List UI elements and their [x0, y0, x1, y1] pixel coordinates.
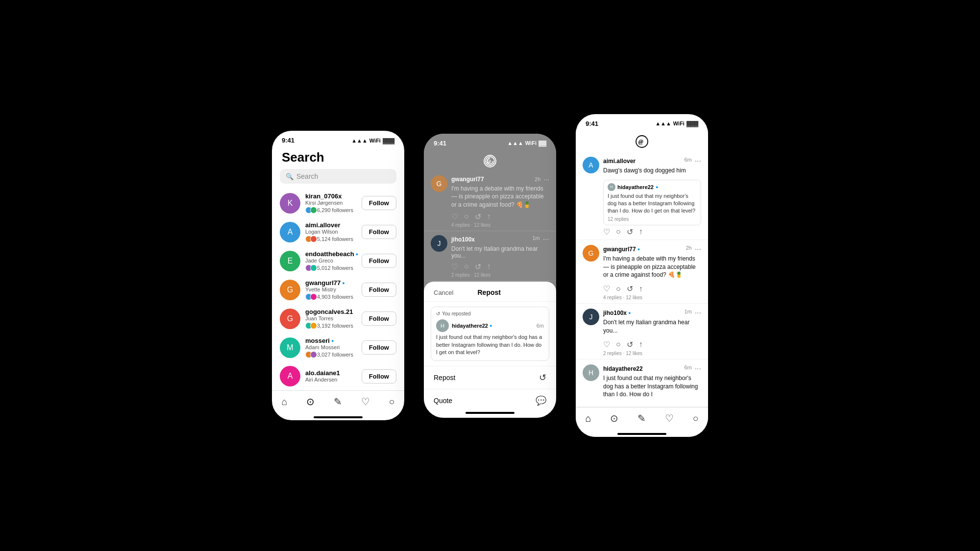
bottom-nav-3: ⌂ ⊙ ✎ ♡ ○: [576, 407, 708, 433]
post-time-3: 1m: [684, 309, 691, 317]
comment-icon-3[interactable]: ○: [616, 340, 621, 349]
post-4-header: H hidayathere22 6m ··· I just found out …: [583, 364, 701, 402]
svg-text:@: @: [638, 138, 643, 145]
comment-icon-2[interactable]: ○: [464, 262, 469, 271]
share-icon-2[interactable]: ↑: [487, 262, 491, 271]
follow-button[interactable]: Follow: [362, 340, 396, 355]
reply-avatar: H: [608, 183, 615, 191]
user-handle: mosseri ●: [305, 337, 357, 344]
nav-search-icon[interactable]: ⊙: [306, 396, 315, 407]
post-2-inner: J jiho100x 1m ··· Don't let my Italian g…: [431, 235, 549, 278]
quote-action[interactable]: Quote 💬: [424, 389, 556, 412]
avatar: G: [583, 245, 599, 262]
like-icon-2[interactable]: ♡: [451, 262, 458, 271]
user-info: alo.daiane1 Airi Andersen: [305, 369, 357, 383]
user-followers: 6,290 followers: [305, 207, 357, 214]
post-actions: ♡ ○ ↺ ↑: [451, 212, 549, 221]
repost-preview: ↺ You reposted H hidayathere22 ● 6m I ju…: [431, 307, 549, 360]
phone-search: 9:41 ▲▲▲ WiFi ▓▓▓ Search 🔍 Search K kira…: [272, 131, 404, 420]
like-icon[interactable]: ♡: [603, 227, 610, 237]
follow-button[interactable]: Follow: [362, 283, 396, 297]
reply-text: I just found out that my neighbor's dog …: [608, 192, 697, 215]
avatar: E: [280, 251, 300, 271]
search-input[interactable]: Search: [296, 172, 318, 180]
user-followers: 3,192 followers: [305, 322, 357, 329]
nav-profile-icon-3[interactable]: ○: [692, 413, 698, 424]
post-actions: ♡ ○ ↺ ↑: [603, 227, 701, 237]
more-icon-4[interactable]: ···: [695, 364, 701, 373]
follow-button[interactable]: Follow: [362, 369, 396, 383]
post-stats-3: 2 replies · 12 likes: [603, 351, 701, 356]
time-more-4: 6m ···: [684, 364, 701, 373]
wifi-icon: WiFi: [673, 120, 685, 126]
user-info: mosseri ● Adam Mosseri 3,027 followers: [305, 337, 357, 358]
comment-icon[interactable]: ○: [616, 227, 621, 236]
post-3-header: J jiho100x ● 1m ··· Don't l: [583, 309, 701, 338]
more-icon[interactable]: ···: [695, 157, 701, 166]
repost-verified-icon: ●: [490, 323, 492, 328]
list-item: A alo.daiane1 Airi Andersen Follow: [272, 362, 404, 390]
follow-button[interactable]: Follow: [362, 196, 396, 210]
follow-button[interactable]: Follow: [362, 254, 396, 268]
time-1: 9:41: [282, 137, 294, 144]
search-input-wrap[interactable]: 🔍 Search: [280, 169, 396, 184]
post-time-more: 2h ···: [535, 175, 549, 183]
nav-compose-icon[interactable]: ✎: [334, 396, 342, 407]
threads-header-3: @: [576, 129, 708, 152]
repost-action-icon: ↺: [539, 372, 546, 383]
avatar: J: [583, 309, 599, 325]
more-icon-3[interactable]: ···: [695, 309, 701, 317]
avatar: G: [280, 280, 300, 300]
more-icon-2[interactable]: ···: [543, 235, 549, 244]
nav-home-icon-3[interactable]: ⌂: [585, 413, 591, 424]
like-icon-2[interactable]: ♡: [603, 284, 610, 293]
post-1: G gwangurl77 2h ··· I'm having a debate …: [424, 171, 556, 231]
post-item: H hidayathere22 6m ··· I just found out …: [576, 359, 708, 407]
post-header-row-2: jiho100x 1m ···: [451, 235, 549, 244]
post-header-row-2: gwangurl77 ● 2h ···: [603, 245, 701, 254]
post-meta-3: jiho100x ● 1m ··· Don't let my Italian g…: [603, 309, 701, 338]
repost-icon-3[interactable]: ↺: [627, 340, 633, 349]
more-icon[interactable]: ···: [543, 175, 549, 183]
avatar: G: [431, 175, 447, 192]
share-icon[interactable]: ↑: [487, 212, 491, 221]
battery-icon: ▓▓▓: [686, 120, 698, 126]
repost-action[interactable]: Repost ↺: [424, 366, 556, 389]
comment-icon-2[interactable]: ○: [616, 285, 621, 293]
search-title: Search: [272, 146, 404, 169]
post-author-3: jiho100x ●: [603, 310, 631, 316]
repost-icon-2[interactable]: ↺: [475, 262, 481, 271]
post-time-2: 2h: [686, 245, 691, 254]
follower-avatar-sm: [310, 322, 317, 329]
repost-icon[interactable]: ↺: [627, 227, 633, 237]
follower-avatar-sm: [310, 264, 317, 271]
user-handle: gwangurl77 ●: [305, 279, 357, 287]
like-icon-3[interactable]: ♡: [603, 340, 610, 349]
follow-button[interactable]: Follow: [362, 311, 396, 326]
share-icon-2[interactable]: ↑: [639, 285, 643, 293]
repost-icon-2[interactable]: ↺: [627, 284, 633, 293]
nav-search-icon-3[interactable]: ⊙: [610, 412, 618, 424]
status-icons-1: ▲▲▲ WiFi ▓▓▓: [351, 138, 394, 144]
avatar: M: [280, 337, 300, 358]
avatar: A: [280, 366, 300, 386]
share-icon[interactable]: ↑: [639, 227, 643, 236]
post-meta-4: hidayathere22 6m ··· I just found out th…: [603, 364, 701, 402]
like-icon[interactable]: ♡: [451, 212, 458, 221]
repost-icon[interactable]: ↺: [475, 212, 481, 221]
nav-compose-icon-3[interactable]: ✎: [637, 412, 646, 424]
nav-heart-icon[interactable]: ♡: [361, 396, 370, 407]
verified-icon: ●: [356, 252, 358, 257]
follow-button[interactable]: Follow: [362, 225, 396, 239]
comment-icon[interactable]: ○: [464, 212, 469, 221]
time-more-2: 1m ···: [532, 235, 549, 244]
user-handle: alo.daiane1: [305, 369, 357, 377]
status-bar-2: 9:41 ▲▲▲ WiFi ▓▓: [424, 134, 556, 149]
nav-profile-icon[interactable]: ○: [389, 396, 394, 407]
more-icon-2[interactable]: ···: [695, 245, 701, 254]
user-name: Airi Andersen: [305, 377, 357, 383]
nav-heart-icon-3[interactable]: ♡: [665, 412, 674, 424]
cancel-button[interactable]: Cancel: [434, 289, 453, 296]
share-icon-3[interactable]: ↑: [639, 340, 643, 349]
nav-home-icon[interactable]: ⌂: [281, 396, 287, 407]
